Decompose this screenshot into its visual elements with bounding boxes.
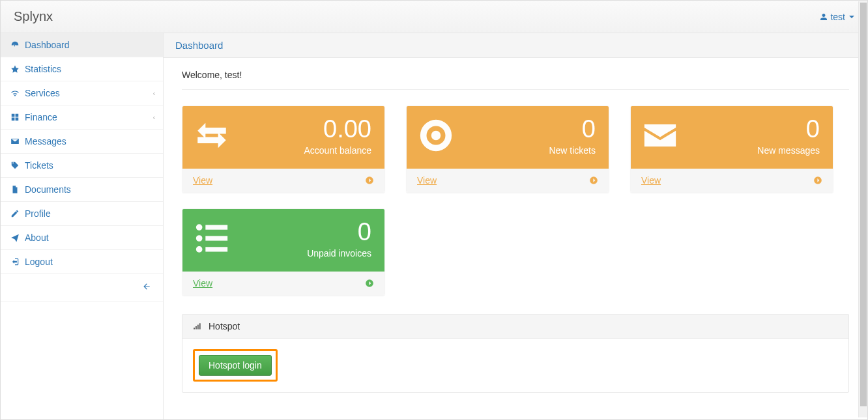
user-dropdown[interactable]: test [820, 12, 854, 22]
breadcrumb: Dashboard [164, 33, 867, 58]
card-label: New tickets [549, 145, 596, 156]
dashboard-icon [10, 40, 20, 49]
sidebar-item-services[interactable]: Services ‹ [1, 81, 163, 105]
arrow-left-icon [142, 282, 151, 291]
sidebar-item-messages[interactable]: Messages [1, 130, 163, 153]
list-icon [193, 219, 231, 257]
exchange-icon [193, 117, 231, 154]
svg-rect-10 [199, 323, 201, 329]
scrollbar-thumb[interactable] [860, 3, 867, 406]
envelope-icon [10, 137, 20, 146]
file-icon [10, 185, 20, 194]
sidebar-item-profile[interactable]: Profile [1, 202, 163, 225]
sidebar-item-label: Statistics [25, 64, 61, 74]
tag-icon [10, 161, 20, 170]
card-value: 0.00 [304, 117, 371, 141]
view-label: View [641, 175, 661, 186]
divider [182, 89, 849, 90]
sidebar-item-tickets[interactable]: Tickets [1, 154, 163, 177]
arrow-circle-right-icon [813, 176, 822, 185]
arrow-circle-right-icon [365, 176, 374, 185]
svg-rect-2 [205, 225, 227, 229]
card-value: 0 [307, 219, 371, 244]
chevron-left-icon: ‹ [153, 114, 155, 121]
signal-icon [193, 322, 202, 331]
card-label: Account balance [304, 145, 371, 156]
sidebar-item-label: Documents [25, 184, 71, 195]
sign-out-icon [10, 257, 20, 266]
card-new-tickets: 0 New tickets View [406, 105, 609, 193]
card-label: New messages [757, 145, 820, 156]
svg-rect-4 [205, 236, 227, 240]
sidebar-item-label: Profile [25, 208, 51, 219]
sidebar-collapse[interactable] [1, 274, 163, 301]
sidebar-item-label: Finance [25, 112, 57, 122]
hotspot-login-button[interactable]: Hotspot login [199, 355, 272, 376]
sidebar-item-label: Services [25, 88, 60, 98]
card-new-messages: 0 New messages View [630, 105, 833, 193]
card-label: Unpaid invoices [307, 248, 371, 259]
view-label: View [193, 278, 212, 288]
svg-rect-6 [205, 247, 227, 251]
arrow-circle-right-icon [365, 279, 374, 288]
svg-rect-7 [194, 328, 195, 329]
hotspot-panel: Hotspot Hotspot login [182, 314, 849, 393]
sidebar-item-label: Logout [25, 257, 53, 267]
sidebar-item-logout[interactable]: Logout [1, 250, 163, 273]
user-label: test [830, 12, 845, 22]
sidebar-item-label: About [25, 232, 49, 243]
card-view-link[interactable]: View [631, 169, 833, 192]
sidebar-item-label: Dashboard [25, 40, 70, 50]
paper-plane-icon [10, 233, 20, 242]
svg-rect-9 [197, 325, 199, 329]
wifi-icon [10, 89, 20, 98]
brand-logo: Splynx [14, 9, 53, 24]
grid-icon [10, 113, 20, 122]
welcome-text: Welcome, test! [182, 70, 849, 80]
sidebar: Dashboard Statistics Services ‹ Finance … [1, 33, 164, 419]
card-view-link[interactable]: View [182, 272, 384, 295]
sidebar-item-statistics[interactable]: Statistics [1, 57, 163, 81]
envelope-icon [641, 117, 679, 154]
sidebar-item-about[interactable]: About [1, 226, 163, 249]
pencil-icon [10, 209, 20, 218]
highlight-box: Hotspot login [193, 349, 278, 382]
svg-rect-8 [195, 326, 197, 329]
sidebar-item-finance[interactable]: Finance ‹ [1, 105, 163, 129]
card-value: 0 [549, 117, 596, 141]
panel-title: Hotspot [209, 321, 240, 331]
card-view-link[interactable]: View [407, 169, 609, 192]
user-icon [820, 13, 828, 21]
card-unpaid-invoices: 0 Unpaid invoices View [182, 208, 385, 296]
sidebar-item-documents[interactable]: Documents [1, 178, 163, 201]
breadcrumb-link[interactable]: Dashboard [175, 40, 223, 51]
arrow-circle-right-icon [589, 176, 598, 185]
view-label: View [417, 175, 437, 186]
card-value: 0 [757, 117, 820, 141]
svg-point-1 [196, 224, 203, 231]
svg-point-5 [196, 246, 203, 253]
sidebar-item-label: Tickets [25, 160, 53, 171]
view-label: View [193, 175, 212, 186]
caret-down-icon [849, 16, 854, 18]
star-icon [10, 64, 20, 74]
svg-point-3 [196, 235, 203, 242]
sidebar-item-dashboard[interactable]: Dashboard [1, 33, 163, 57]
scrollbar[interactable] [858, 1, 867, 417]
card-view-link[interactable]: View [182, 169, 384, 192]
sidebar-item-label: Messages [25, 136, 66, 147]
card-account-balance: 0.00 Account balance View [182, 105, 385, 193]
chevron-left-icon: ‹ [153, 90, 155, 97]
life-ring-icon [417, 117, 455, 154]
